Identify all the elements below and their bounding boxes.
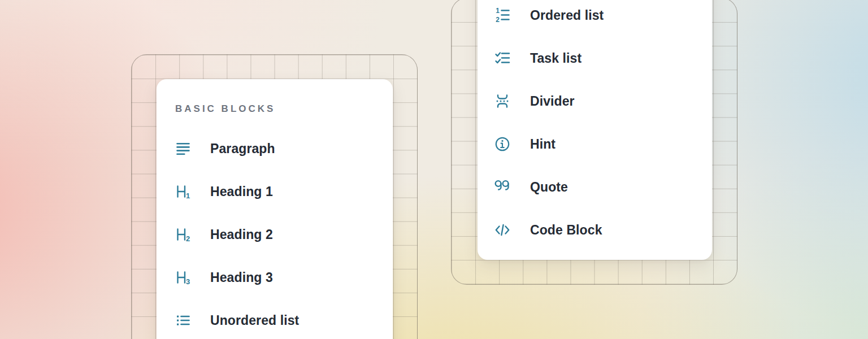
- menu-item-label: Heading 2: [210, 227, 273, 242]
- svg-text:1: 1: [186, 192, 190, 200]
- menu-item-hint[interactable]: Hint: [494, 123, 712, 166]
- more-blocks-menu: 12Ordered listTask listDividerHintQuoteC…: [478, 0, 712, 260]
- menu-item-label: Divider: [530, 94, 575, 109]
- menu-item-heading-2[interactable]: 2Heading 2: [175, 213, 393, 256]
- menu-item-code-block[interactable]: Code Block: [494, 208, 712, 251]
- hint-icon: [494, 136, 511, 153]
- menu-item-quote[interactable]: Quote: [494, 166, 712, 208]
- divider-icon: [494, 93, 511, 110]
- menu-item-unordered-list[interactable]: Unordered list: [175, 299, 393, 339]
- heading-1-icon: 1: [175, 183, 192, 200]
- menu-item-label: Task list: [530, 51, 581, 66]
- code-block-icon: [494, 221, 511, 238]
- menu-item-paragraph[interactable]: Paragraph: [175, 127, 393, 170]
- gradient-background: [0, 0, 868, 339]
- menu-item-label: Heading 1: [210, 184, 273, 199]
- menu-item-task-list[interactable]: Task list: [494, 37, 712, 80]
- heading-2-icon: 2: [175, 226, 192, 243]
- basic-blocks-menu: BASIC BLOCKS Paragraph1Heading 12Heading…: [157, 79, 393, 339]
- menu-item-label: Paragraph: [210, 141, 275, 157]
- menu-item-ordered-list[interactable]: 12Ordered list: [494, 0, 712, 37]
- menu-item-label: Hint: [530, 137, 555, 152]
- svg-text:1: 1: [496, 7, 500, 15]
- menu-item-label: Unordered list: [210, 313, 299, 328]
- section-title-basic-blocks: BASIC BLOCKS: [175, 102, 393, 116]
- svg-text:3: 3: [186, 277, 190, 286]
- menu-item-heading-3[interactable]: 3Heading 3: [175, 256, 393, 299]
- ordered-list-icon: 12: [494, 7, 511, 24]
- unordered-list-icon: [175, 312, 192, 329]
- heading-3-icon: 3: [175, 269, 192, 286]
- menu-list-more-blocks: 12Ordered listTask listDividerHintQuoteC…: [494, 0, 712, 251]
- paragraph-icon: [175, 140, 192, 157]
- task-list-icon: [494, 50, 511, 67]
- menu-item-heading-1[interactable]: 1Heading 1: [175, 170, 393, 213]
- svg-text:2: 2: [186, 234, 190, 243]
- quote-icon: [494, 179, 511, 195]
- menu-item-label: Ordered list: [530, 8, 604, 23]
- menu-item-label: Code Block: [530, 223, 602, 238]
- menu-item-label: Heading 3: [210, 270, 273, 285]
- menu-item-divider[interactable]: Divider: [494, 80, 712, 123]
- svg-text:2: 2: [496, 16, 500, 24]
- menu-item-label: Quote: [530, 180, 568, 195]
- menu-list-basic-blocks: Paragraph1Heading 12Heading 23Heading 3U…: [175, 127, 393, 339]
